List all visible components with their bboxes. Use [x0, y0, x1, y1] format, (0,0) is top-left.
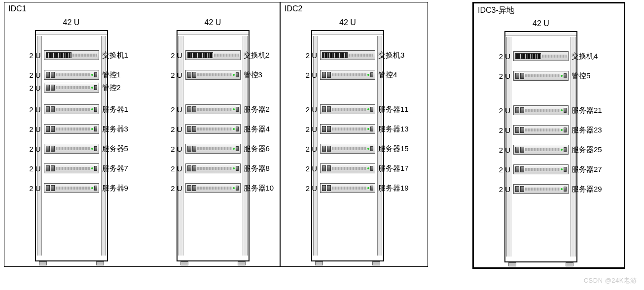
idc-box: IDC142 U2 U交换机12 U管控12 U管控22 U服务器12 U服务器… — [4, 2, 280, 267]
rack-slot: 2 U服务器13 — [320, 124, 375, 134]
rack-slot: 2 U服务器4 — [185, 124, 241, 134]
u-size-label: 2 U — [495, 126, 513, 134]
status-led-icon — [91, 74, 93, 76]
drive-bay-icon — [327, 106, 331, 112]
u-size-label: 2 U — [25, 71, 44, 79]
unit-body — [332, 167, 366, 170]
drive-bay-icon — [46, 165, 50, 171]
idc-body: 42 U2 U交换机42 U管控52 U服务器212 U服务器232 U服务器2… — [477, 19, 621, 262]
server-unit — [320, 70, 375, 80]
u-size-label: 2 U — [495, 106, 513, 115]
u-size-label: 2 U — [167, 71, 185, 79]
u-size-label: 2 U — [25, 84, 44, 92]
unit-body — [525, 109, 560, 112]
drive-bay-icon — [370, 107, 373, 112]
u-size-label: 2 U — [301, 145, 320, 153]
rack-slot: 2 U交换机4 — [513, 51, 569, 62]
status-led-icon — [91, 148, 93, 150]
server-unit — [320, 104, 375, 114]
idc-title: IDC1 — [8, 4, 26, 13]
drive-bay-icon — [94, 127, 97, 131]
device-label: 服务器27 — [569, 165, 602, 174]
rack-header: 42 U — [63, 18, 80, 27]
u-size-label: 2 U — [301, 51, 320, 60]
rack-slot: 2 U服务器2 — [185, 104, 241, 115]
rack-slot: 2 U管控5 — [513, 70, 569, 81]
server-unit — [185, 183, 241, 193]
switch-ports-icon — [46, 52, 72, 58]
device-label: 服务器17 — [375, 164, 409, 173]
unit-body — [332, 187, 366, 190]
unit-body — [56, 187, 90, 190]
drive-bay-icon — [370, 146, 373, 151]
drive-bay-icon — [564, 147, 567, 152]
idc-box: IDC3-异地42 U2 U交换机42 U管控52 U服务器212 U服务器23… — [472, 2, 625, 269]
rack-slot: 2 U服务器23 — [513, 125, 569, 135]
device-label: 服务器8 — [241, 164, 270, 173]
status-led-icon — [367, 187, 369, 189]
u-size-label: 2 U — [495, 165, 513, 174]
u-size-label: 2 U — [495, 185, 513, 193]
drive-bay-icon — [236, 146, 239, 151]
idc-body: 42 U2 U交换机12 U管控12 U管控22 U服务器12 U服务器32 U… — [7, 18, 277, 261]
drive-bay-icon — [187, 72, 191, 78]
drive-bay-icon — [94, 85, 97, 90]
rack-frame: 2 U交换机22 U管控32 U服务器22 U服务器42 U服务器62 U服务器… — [177, 30, 250, 261]
rack-frame: 2 U交换机32 U管控42 U服务器112 U服务器132 U服务器152 U… — [311, 30, 384, 261]
rack-header: 42 U — [205, 18, 221, 27]
drive-bay-icon — [51, 85, 55, 91]
unit-body — [525, 188, 560, 191]
drive-bay-icon — [51, 106, 55, 112]
drive-bay-icon — [51, 146, 55, 152]
drive-bay-icon — [520, 73, 524, 79]
unit-body — [197, 128, 232, 130]
server-unit — [185, 70, 241, 80]
unit-body — [332, 108, 366, 111]
u-size-label: 2 U — [495, 52, 513, 61]
drive-bay-icon — [94, 186, 97, 191]
rack-slots: 2 U交换机32 U管控42 U服务器112 U服务器132 U服务器152 U… — [320, 43, 375, 255]
server-unit — [185, 124, 241, 134]
device-label: 服务器3 — [99, 125, 128, 134]
watermark: CSDN @24K老游 — [584, 276, 637, 285]
device-label: 服务器7 — [99, 164, 128, 173]
drive-bay-icon — [520, 186, 524, 192]
rack-slot: 2 U服务器25 — [513, 144, 569, 155]
drive-bay-icon — [370, 166, 373, 171]
unit-body — [525, 168, 560, 171]
drive-bay-icon — [327, 126, 331, 132]
drive-bay-icon — [236, 166, 239, 171]
server-unit — [44, 83, 99, 93]
drive-bay-icon — [46, 126, 50, 132]
device-label: 服务器5 — [99, 144, 128, 154]
status-led-icon — [367, 128, 369, 130]
u-size-label: 2 U — [167, 145, 185, 153]
unit-body — [349, 54, 373, 57]
rack-slots: 2 U交换机22 U管控32 U服务器22 U服务器42 U服务器62 U服务器… — [185, 43, 241, 255]
status-led-icon — [561, 188, 563, 190]
server-unit — [513, 125, 569, 135]
server-unit — [320, 183, 375, 193]
status-led-icon — [561, 149, 563, 151]
unit-body — [542, 55, 567, 58]
idc-body: 42 U2 U交换机32 U管控42 U服务器112 U服务器132 U服务器1… — [284, 18, 425, 261]
drive-bay-icon — [51, 126, 55, 132]
rack-slot: 2 U服务器15 — [320, 143, 375, 154]
idc-title: IDC2 — [285, 4, 302, 13]
rack-slot: 2 U服务器7 — [44, 163, 99, 174]
u-size-label: 2 U — [301, 71, 320, 79]
drive-bay-icon — [327, 146, 331, 152]
rack-slot: 2 U服务器1 — [44, 104, 99, 115]
unit-body — [525, 148, 560, 151]
device-label: 管控3 — [241, 70, 262, 80]
u-size-label: 2 U — [25, 164, 44, 173]
u-size-label: 2 U — [25, 125, 44, 133]
drive-bay-icon — [46, 106, 50, 112]
drive-bay-icon — [520, 127, 524, 133]
u-size-label: 2 U — [167, 125, 185, 133]
rack-slot: 2 U管控2 — [44, 82, 99, 93]
drive-bay-icon — [236, 186, 239, 191]
status-led-icon — [233, 187, 235, 189]
drive-bay-icon — [564, 73, 567, 78]
server-unit — [44, 183, 99, 193]
